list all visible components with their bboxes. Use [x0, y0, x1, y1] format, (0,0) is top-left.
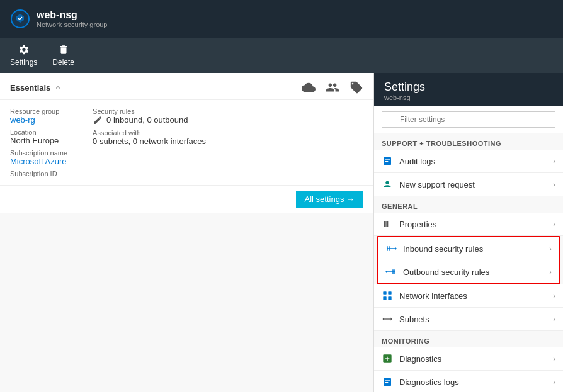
resource-name: web-nsg [37, 9, 108, 21]
properties-chevron: › [553, 220, 555, 228]
nsg-icon [10, 9, 30, 29]
diagnostics-chevron: › [553, 355, 555, 362]
settings-header: Settings web-nsg [374, 73, 563, 106]
svg-rect-27 [385, 382, 388, 383]
audit-logs-icon [382, 155, 393, 167]
settings-subtitle: web-nsg [384, 94, 553, 101]
network-interfaces-label: Network interfaces [399, 291, 467, 301]
svg-rect-19 [383, 296, 386, 300]
resource-group-label: Resource group web-rg [10, 108, 67, 125]
properties-label: Properties [399, 220, 436, 229]
subnets-icon [382, 313, 393, 325]
delete-icon [58, 44, 69, 55]
outbound-security-rules-label: Outbound security rules [403, 267, 489, 277]
network-interfaces-chevron: › [553, 292, 555, 300]
filter-wrapper: 🔍 [382, 111, 555, 128]
all-settings-section: All settings → [0, 185, 373, 213]
outbound-chevron: › [549, 268, 552, 276]
support-request-icon [382, 179, 393, 190]
diagnostics-icon [382, 353, 393, 364]
sidebar-item-properties[interactable]: Properties › [374, 213, 563, 236]
toolbar-settings[interactable]: Settings [10, 44, 37, 67]
toolbar: Settings Delete [0, 38, 563, 73]
network-interfaces-icon [382, 290, 393, 301]
inbound-security-icon [385, 243, 397, 254]
diagnostics-logs-label: Diagnostics logs [399, 378, 459, 387]
settings-title: Settings [384, 81, 553, 94]
security-rules-value: 0 inbound, 0 outbound [106, 115, 188, 125]
svg-rect-26 [385, 380, 390, 381]
essentials-col-left: Resource group web-rg Location North Eur… [10, 108, 67, 177]
audit-logs-chevron: › [553, 157, 555, 165]
cloud-icon[interactable] [302, 81, 316, 94]
audit-logs-label: Audit logs [399, 157, 435, 166]
highlighted-security-group: Inbound security rules › Outbound [377, 236, 560, 284]
associated-with-field: Associated with 0 subnets, 0 network int… [93, 129, 206, 146]
properties-icon [382, 218, 393, 230]
left-body [0, 213, 373, 392]
sidebar-item-subnets[interactable]: Subnets › [374, 308, 563, 331]
resource-group-value[interactable]: web-rg [10, 115, 67, 125]
essentials-body: Resource group web-rg Location North Eur… [0, 100, 373, 185]
svg-rect-4 [385, 161, 388, 162]
section-support-label: SUPPORT + TROUBLESHOOTING [374, 133, 563, 150]
svg-rect-6 [384, 221, 385, 227]
settings-label: Settings [10, 58, 37, 67]
sidebar-item-inbound-security-rules[interactable]: Inbound security rules › [378, 237, 559, 260]
location-field: Location North Europe [10, 128, 67, 145]
svg-rect-3 [385, 159, 390, 160]
inbound-security-rules-label: Inbound security rules [403, 244, 483, 254]
delete-label: Delete [52, 58, 74, 67]
subnets-chevron: › [553, 315, 555, 323]
all-settings-button[interactable]: All settings → [296, 191, 363, 208]
edit-icon [93, 115, 103, 125]
filter-input[interactable] [382, 111, 555, 128]
people-icon[interactable] [326, 81, 339, 94]
diagnostics-logs-chevron: › [553, 378, 555, 386]
support-request-chevron: › [553, 181, 555, 188]
new-support-request-label: New support request [399, 180, 475, 189]
resource-type: Network security group [37, 21, 108, 28]
essentials-col-right: Security rules 0 inbound, 0 outbound Ass… [93, 108, 206, 177]
sidebar-item-outbound-security-rules[interactable]: Outbound security rules › [378, 260, 559, 283]
subscription-id-field: Subscription ID [10, 170, 67, 177]
security-rules-field: Security rules 0 inbound, 0 outbound [93, 108, 206, 125]
subscription-name-value[interactable]: Microsoft Azure [10, 157, 67, 166]
essentials-title: Essentials [10, 83, 62, 92]
sidebar-item-diagnostics[interactable]: Diagnostics › [374, 347, 563, 371]
toolbar-delete[interactable]: Delete [52, 44, 74, 67]
svg-rect-20 [388, 296, 391, 300]
tag-icon[interactable] [350, 81, 363, 94]
associated-with-value: 0 subnets, 0 network interfaces [93, 137, 206, 146]
security-rules-row: 0 inbound, 0 outbound [93, 115, 206, 125]
subnets-label: Subnets [399, 315, 429, 324]
svg-marker-14 [385, 270, 387, 274]
main-content: Essentials Resource group web-rg [0, 73, 563, 392]
top-bar: web-nsg Network security group [0, 0, 563, 38]
essentials-header: Essentials [0, 73, 373, 100]
essentials-actions [302, 81, 363, 94]
svg-marker-10 [395, 247, 397, 250]
settings-panel: Settings web-nsg 🔍 SUPPORT + TROUBLESHOO… [374, 73, 563, 392]
section-general-label: GENERAL [374, 196, 563, 213]
sidebar-item-audit-logs[interactable]: Audit logs › [374, 150, 563, 173]
collapse-icon[interactable] [54, 84, 62, 91]
diagnostics-label: Diagnostics [399, 354, 441, 364]
filter-box: 🔍 [374, 106, 563, 133]
svg-rect-8 [387, 221, 388, 227]
svg-rect-18 [388, 291, 391, 294]
settings-icon [18, 44, 30, 55]
sidebar-item-diagnostics-logs[interactable]: Diagnostics logs › [374, 371, 563, 392]
svg-point-5 [385, 181, 389, 184]
inbound-chevron: › [549, 245, 552, 252]
diagnostics-logs-icon [382, 376, 393, 388]
sidebar-item-network-interfaces[interactable]: Network interfaces › [374, 284, 563, 308]
left-panel: Essentials Resource group web-rg [0, 73, 374, 392]
svg-rect-7 [385, 221, 386, 227]
outbound-security-icon [385, 266, 397, 277]
subscription-name-field: Subscription name Microsoft Azure [10, 149, 67, 166]
sidebar-item-new-support-request[interactable]: New support request › [374, 173, 563, 196]
svg-rect-17 [383, 291, 386, 294]
section-monitoring-label: MONITORING [374, 331, 563, 347]
resource-title: web-nsg Network security group [37, 9, 108, 28]
